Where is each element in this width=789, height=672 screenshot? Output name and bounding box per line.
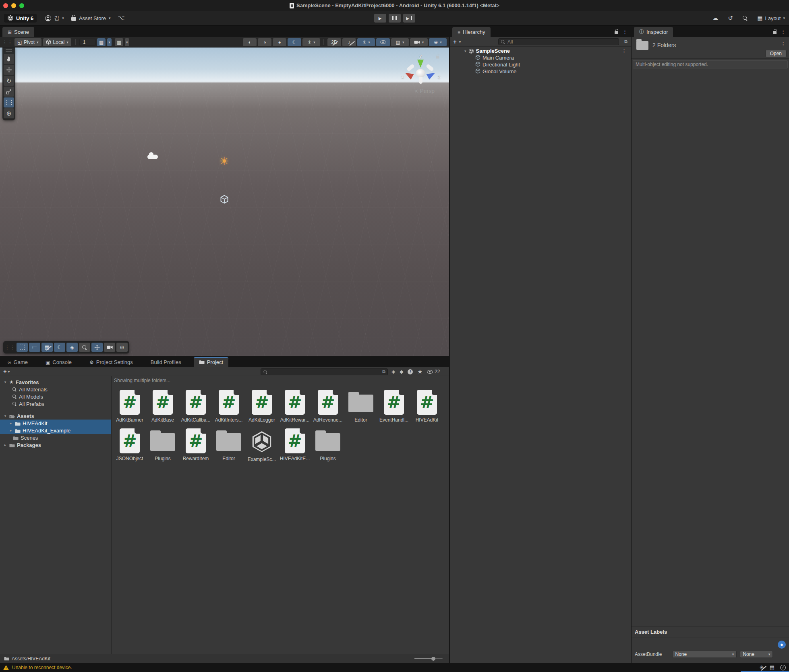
debugger-detached-button[interactable]: ✳ (760, 664, 764, 670)
hierarchy-item[interactable]: Global Volume (450, 68, 631, 75)
project-item[interactable]: Plugins (311, 428, 344, 462)
overlay-compass-button[interactable]: ⊘ (116, 343, 128, 352)
favorites-star-button[interactable]: ★ (417, 368, 422, 375)
project-item[interactable]: ExampleSc... (245, 428, 278, 462)
hierarchy-scene-row[interactable]: ▾ SampleScene ⋮ (450, 48, 631, 54)
snap-increment-toggle[interactable]: ▦ (115, 38, 123, 46)
scene-gizmo-sprite[interactable] (147, 155, 158, 159)
chevron-down-icon[interactable]: ▾ (459, 40, 461, 44)
tree-all-prefabs[interactable]: All Prefabs (0, 400, 111, 407)
drag-handle-icon[interactable] (6, 50, 12, 52)
layers-dropdown[interactable]: ▤▾ (391, 38, 409, 46)
open-button[interactable]: Open (765, 50, 787, 57)
overlay-view-options[interactable]: ≔ (29, 343, 40, 352)
overlay-move-button[interactable] (91, 343, 103, 352)
snap-increment-dropdown[interactable]: ▾ (125, 38, 129, 46)
project-item[interactable]: #AdKitLogger (245, 390, 278, 423)
effects-dropdown[interactable]: ✳▾ (302, 38, 320, 46)
kebab-menu-icon[interactable]: ⋮ (622, 29, 627, 35)
projection-label[interactable]: < Persp (415, 88, 435, 94)
hierarchy-item[interactable]: Directional Light (450, 61, 631, 68)
kebab-menu-icon[interactable]: ⋮ (781, 29, 786, 35)
tab-project-settings[interactable]: ⚙ Project Settings (84, 357, 138, 367)
audio-toggle[interactable]: ♪ (342, 38, 356, 46)
grid-size-field[interactable]: 1 (79, 39, 95, 46)
tree-all-models[interactable]: All Models (0, 393, 111, 400)
tree-scenes[interactable]: Scenes (0, 434, 111, 441)
tree-all-materials[interactable]: All Materials (0, 386, 111, 393)
project-item[interactable]: #HIVEAdKitE... (278, 428, 311, 462)
play-button[interactable]: ▶ (374, 14, 386, 23)
open-in-window-icon[interactable]: ⧉ (382, 369, 385, 374)
undo-history-button[interactable]: ↺ (728, 14, 733, 22)
foldout-arrow-icon[interactable]: ▾ (3, 414, 7, 418)
thumbnail-zoom-slider[interactable] (414, 658, 443, 659)
always-refresh-dropdown[interactable]: ✳▾ (357, 38, 375, 46)
tab-hierarchy[interactable]: ≡ Hierarchy (452, 27, 491, 37)
axis-y-cone[interactable] (417, 60, 424, 68)
scale-tool[interactable] (4, 87, 14, 97)
kebab-menu-icon[interactable]: ⋮ (781, 41, 786, 47)
wireframe-mode-button[interactable]: ◑ (258, 38, 271, 46)
project-item[interactable]: #HIVEAdKit (410, 390, 443, 423)
global-volume-gizmo[interactable] (220, 195, 229, 204)
overlay-particles-toggle[interactable]: ◈ (66, 343, 78, 352)
filter-importance-button[interactable]: ! (408, 369, 413, 374)
project-item[interactable]: #AdKitCallba... (179, 390, 212, 423)
project-item[interactable]: Plugins (146, 428, 179, 462)
label-tag-button[interactable]: ◆ (778, 641, 786, 649)
tree-favorites[interactable]: ▾ ★ Favorites (0, 378, 111, 386)
tree-hiveadkit-example[interactable]: ▸ HIVEAdKit_Example (0, 427, 111, 434)
hand-tool[interactable] (4, 54, 14, 64)
project-item[interactable]: Editor (212, 428, 245, 462)
foldout-arrow-icon[interactable]: ▾ (3, 380, 7, 384)
unlit-mode-button[interactable]: ● (273, 38, 286, 46)
project-search-input[interactable]: ⧉ (261, 368, 388, 375)
lighting-toggle[interactable]: ☾ (288, 38, 301, 46)
tab-game[interactable]: ∞ Game (2, 357, 33, 367)
foldout-arrow-icon[interactable]: ▸ (3, 443, 7, 447)
gizmos-dropdown[interactable]: ⊕▾ (429, 38, 447, 46)
lock-icon[interactable] (615, 31, 618, 34)
overlay-grid-toggle[interactable]: ▦ (41, 343, 53, 352)
2d-toggle[interactable]: 2D (327, 38, 341, 46)
assetbundle-dropdown[interactable]: None ▾ (672, 651, 737, 658)
move-tool[interactable] (4, 65, 14, 75)
status-message[interactable]: Unable to reconnect device. (12, 665, 72, 670)
foldout-arrow-icon[interactable]: ▸ (9, 428, 13, 432)
pause-button[interactable] (389, 14, 401, 23)
cloud-button[interactable]: ☁ (712, 14, 719, 22)
foldout-arrow-icon[interactable]: ▸ (9, 421, 13, 425)
shading-mode-button[interactable]: ◐ (243, 38, 257, 46)
rotate-tool[interactable]: ↻ (4, 76, 14, 86)
overlay-search-button[interactable] (79, 343, 90, 352)
grid-snap-dropdown[interactable]: ▾ (107, 38, 112, 46)
unity-version-badge[interactable]: Unity 6 (4, 14, 37, 23)
project-item[interactable]: #EventHandl... (377, 390, 410, 423)
project-item[interactable]: #JSONObject (113, 428, 146, 462)
create-asset-button[interactable]: + (3, 368, 7, 375)
assetbundle-variant-dropdown[interactable]: None ▾ (740, 651, 773, 658)
project-item[interactable]: Editor (344, 390, 377, 423)
foldout-arrow-icon[interactable]: ▾ (464, 49, 466, 53)
slider-knob[interactable] (431, 657, 435, 661)
camera-dropdown[interactable]: ▾ (410, 38, 428, 46)
filter-by-label-button[interactable]: ◆ (400, 369, 403, 374)
project-item[interactable]: #RewardItem (179, 428, 212, 462)
overlay-rect-tools[interactable] (17, 343, 28, 352)
tree-hiveadkit[interactable]: ▸ HIVEAdKit (0, 420, 111, 427)
gizmo-center[interactable] (416, 69, 425, 77)
kebab-menu-icon[interactable]: ⋮ (621, 48, 627, 54)
activity-indicator-button[interactable]: ✓ (780, 665, 786, 670)
project-item[interactable]: #AdRevenue... (311, 390, 344, 423)
tree-packages[interactable]: ▸ Packages (0, 441, 111, 449)
tab-project[interactable]: Project (194, 357, 228, 367)
directional-light-gizmo[interactable]: ☀ (219, 155, 229, 168)
pivot-dropdown[interactable]: ◱ Pivot ▾ (14, 38, 41, 46)
scene-viewport[interactable]: ↻ ⊕ y x z < Persp ☀ ⋮⋮ ≔ ▦ ☾ (0, 48, 449, 356)
axis-z-cone[interactable] (426, 70, 436, 80)
tab-scene[interactable]: ⊞ Scene (2, 27, 34, 37)
rect-tool[interactable] (4, 97, 14, 108)
breadcrumb[interactable]: Assets/HIVEAdKit (12, 656, 50, 662)
hierarchy-search-input[interactable]: All (498, 38, 619, 45)
